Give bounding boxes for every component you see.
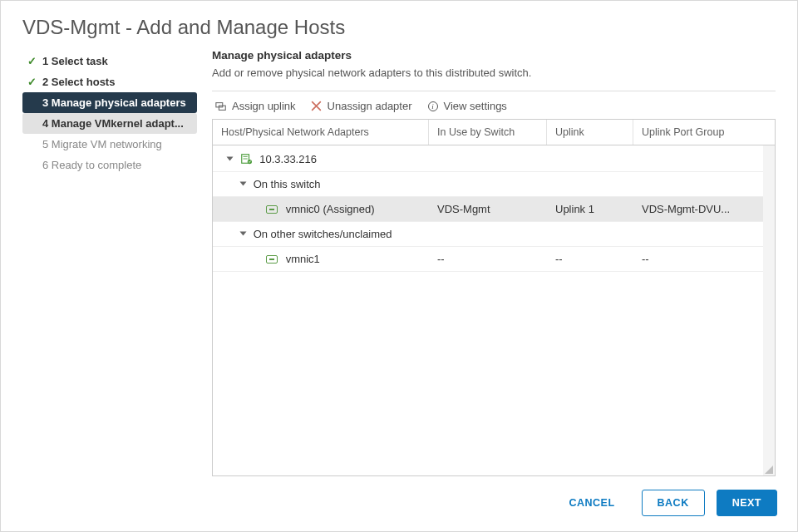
adapter-row-vmnic0[interactable]: vmnic0 (Assigned) VDS-Mgmt Uplink 1 VDS-… bbox=[213, 197, 775, 222]
checkmark-icon: ✓ bbox=[27, 55, 39, 67]
next-button[interactable]: NEXT bbox=[717, 490, 777, 516]
step-label: 5 Migrate VM networking bbox=[42, 138, 162, 150]
adapter-label: vmnic1 bbox=[286, 253, 320, 265]
host-row[interactable]: 10.3.33.216 bbox=[213, 145, 775, 172]
group-label: On other switches/unclaimed bbox=[254, 228, 392, 240]
expand-toggle-icon[interactable] bbox=[240, 182, 247, 186]
panel-title: Manage physical adapters bbox=[212, 49, 776, 62]
adapters-grid: Host/Physical Network Adapters In Use by… bbox=[212, 119, 776, 476]
expand-toggle-icon[interactable] bbox=[227, 157, 234, 161]
panel-subtitle: Add or remove physical network adapters … bbox=[212, 66, 776, 79]
column-header-adapter[interactable]: Host/Physical Network Adapters bbox=[213, 120, 429, 145]
nic-icon bbox=[266, 205, 278, 214]
grid-body[interactable]: 10.3.33.216 On this switch bbox=[213, 145, 775, 475]
step-select-task[interactable]: ✓ 1 Select task bbox=[22, 51, 197, 71]
dialog-footer: CANCEL BACK NEXT bbox=[1, 476, 797, 531]
unassign-adapter-label: Unassign adapter bbox=[328, 100, 412, 112]
group-cell: On this switch bbox=[213, 172, 429, 196]
divider bbox=[212, 91, 776, 91]
step-label: 1 Select task bbox=[42, 55, 108, 67]
nic-icon bbox=[266, 255, 278, 264]
adapter-toolbar: Assign uplink Unassign adapter i View se… bbox=[212, 98, 776, 119]
portgroup-value: -- bbox=[633, 247, 775, 271]
unassign-adapter-icon bbox=[311, 101, 323, 112]
unassign-adapter-button[interactable]: Unassign adapter bbox=[311, 100, 412, 112]
portgroup-value: VDS-Mgmt-DVU... bbox=[633, 197, 775, 221]
wizard-dialog: VDS-Mgmt - Add and Manage Hosts ✓ 1 Sele… bbox=[0, 0, 798, 532]
wizard-content: Manage physical adapters Add or remove p… bbox=[197, 47, 776, 476]
assign-uplink-icon bbox=[215, 101, 227, 112]
host-icon bbox=[240, 153, 252, 165]
view-settings-label: View settings bbox=[444, 100, 507, 112]
group-label: On this switch bbox=[254, 178, 321, 190]
step-migrate-vm-networking[interactable]: ✓ 5 Migrate VM networking bbox=[22, 134, 197, 155]
switch-value: -- bbox=[429, 247, 547, 271]
group-row-other-switches[interactable]: On other switches/unclaimed bbox=[213, 222, 775, 247]
step-select-hosts[interactable]: ✓ 2 Select hosts bbox=[22, 71, 197, 92]
uplink-value: -- bbox=[547, 247, 633, 271]
grid-header: Host/Physical Network Adapters In Use by… bbox=[213, 120, 775, 145]
column-header-portgroup[interactable]: Uplink Port Group bbox=[633, 120, 775, 145]
step-label: 4 Manage VMkernel adapt... bbox=[42, 117, 184, 130]
group-row-on-this-switch[interactable]: On this switch bbox=[213, 172, 775, 197]
info-icon: i bbox=[427, 101, 439, 112]
step-manage-physical-adapters[interactable]: ✓ 3 Manage physical adapters bbox=[22, 92, 197, 113]
step-ready-to-complete[interactable]: ✓ 6 Ready to complete bbox=[22, 155, 197, 175]
step-label: 2 Select hosts bbox=[42, 76, 115, 88]
host-label: 10.3.33.216 bbox=[259, 153, 317, 165]
assign-uplink-button[interactable]: Assign uplink bbox=[215, 100, 296, 112]
dialog-body: ✓ 1 Select task ✓ 2 Select hosts ✓ 3 Man… bbox=[1, 47, 797, 476]
host-cell: 10.3.33.216 bbox=[213, 145, 429, 171]
wizard-steps: ✓ 1 Select task ✓ 2 Select hosts ✓ 3 Man… bbox=[22, 47, 197, 476]
resize-grip-icon[interactable] bbox=[763, 464, 773, 474]
column-header-switch[interactable]: In Use by Switch bbox=[429, 120, 547, 145]
adapter-cell: vmnic0 (Assigned) bbox=[213, 197, 429, 221]
expand-toggle-icon[interactable] bbox=[240, 232, 247, 236]
switch-value: VDS-Mgmt bbox=[429, 197, 547, 221]
assign-uplink-label: Assign uplink bbox=[232, 100, 296, 112]
view-settings-button[interactable]: i View settings bbox=[427, 100, 507, 112]
cancel-button[interactable]: CANCEL bbox=[554, 490, 629, 515]
group-cell: On other switches/unclaimed bbox=[213, 222, 429, 246]
dialog-title: VDS-Mgmt - Add and Manage Hosts bbox=[1, 1, 797, 47]
adapter-label: vmnic0 (Assigned) bbox=[286, 203, 375, 215]
step-label: 6 Ready to complete bbox=[42, 159, 141, 171]
step-manage-vmkernel-adapters[interactable]: ✓ 4 Manage VMkernel adapt... bbox=[22, 113, 197, 134]
uplink-value: Uplink 1 bbox=[547, 197, 633, 221]
adapter-row-vmnic1[interactable]: vmnic1 -- -- -- bbox=[213, 247, 775, 272]
checkmark-icon: ✓ bbox=[27, 76, 39, 88]
back-button[interactable]: BACK bbox=[642, 490, 705, 516]
adapter-cell: vmnic1 bbox=[213, 247, 429, 271]
column-header-uplink[interactable]: Uplink bbox=[547, 120, 633, 145]
step-label: 3 Manage physical adapters bbox=[42, 96, 186, 109]
